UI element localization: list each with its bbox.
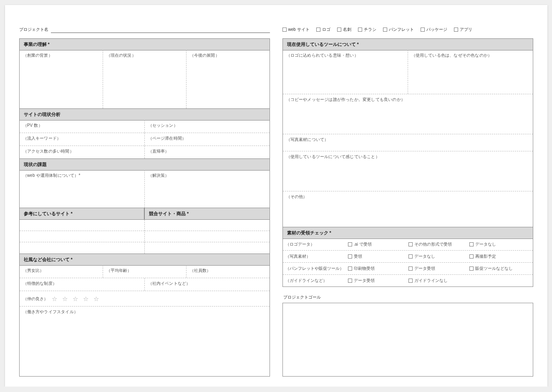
issues-section: （web や運用体制について）* （解決策） <box>19 170 270 208</box>
asset-pamphlet-row: （パンフレットや販促ツール） 印刷物受領 データ受領 販促ツールなどなし <box>283 262 533 274</box>
type-package[interactable]: パッケージ <box>421 27 447 33</box>
closeness-field[interactable]: （仲の良さ） ☆ ☆ ☆ ☆ ☆ <box>20 291 270 306</box>
tools-section: （ロゴに込められている意味・想い） （使用している色は、なぜその色なのか） （コ… <box>282 50 533 227</box>
site-analysis-section: （PV 数） （セッション） （流入キーワード） （ページ滞在時間） （アクセス… <box>19 120 270 159</box>
other-field[interactable]: （その他） <box>283 191 533 227</box>
company-section: （男女比） （平均年齢） （社員数） （特徴的な制度） （社内イベントなど） （… <box>19 265 270 377</box>
worksheet-page: プロジェクト名 事業の理解 * （創業の背景） （現在の状況） （今後の展開） … <box>5 5 547 387</box>
reference-lines[interactable] <box>20 220 144 254</box>
type-app[interactable]: アプリ <box>454 27 472 33</box>
age-field[interactable]: （平均年齢） <box>103 265 186 278</box>
copy-message-field[interactable]: （コピーやメッセージは誰が作ったか。変更しても良いのか） <box>283 94 533 134</box>
asset-photo-none[interactable]: データなし <box>408 254 469 259</box>
events-field[interactable]: （社内イベントなど） <box>144 278 270 291</box>
assets-header: 素材の受領チェック * <box>282 227 533 239</box>
tool-feeling-field[interactable]: （使用しているツールについて感じていること） <box>283 151 533 191</box>
asset-guide-none[interactable]: ガイドラインなし <box>408 278 469 284</box>
project-type-row: web サイト ロゴ 名刺 チラシ パンフレット パッケージ アプリ <box>282 25 533 34</box>
asset-photo-row: （写真素材） 受領 データなし 再撮影予定 <box>283 250 533 262</box>
reference-header: 参考にしているサイト * <box>19 208 145 220</box>
lifestyle-field[interactable]: （働き方やライフスタイル） <box>20 307 270 376</box>
asset-guide-data[interactable]: データ受領 <box>348 278 409 284</box>
headcount-field[interactable]: （社員数） <box>186 265 270 278</box>
site-analysis-header: サイトの現状分析 <box>19 108 270 121</box>
session-field[interactable]: （セッション） <box>144 120 270 133</box>
peak-time-field[interactable]: （アクセス数の多い時間） <box>20 146 144 158</box>
issues-web-ops[interactable]: （web や運用体制について）* <box>20 170 144 208</box>
project-name-row: プロジェクト名 <box>19 25 270 34</box>
stars-rating[interactable]: ☆ ☆ ☆ ☆ ☆ <box>52 295 101 303</box>
asset-pamph-print[interactable]: 印刷物受領 <box>348 266 409 271</box>
asset-pamph-data[interactable]: データ受領 <box>408 266 469 271</box>
systems-field[interactable]: （特徴的な制度） <box>20 278 144 291</box>
asset-photo-reshoot[interactable]: 再撮影予定 <box>469 254 530 259</box>
asset-logo-none[interactable]: データなし <box>469 241 530 247</box>
type-web[interactable]: web サイト <box>282 27 310 33</box>
business-current[interactable]: （現在の状況） <box>103 50 186 108</box>
ref-comp-headers: 参考にしているサイト * 競合サイト・商品 * <box>19 208 270 220</box>
business-future[interactable]: （今後の展開） <box>186 50 270 108</box>
goal-box[interactable] <box>282 303 533 377</box>
photo-assets-field[interactable]: （写真素材について） <box>283 134 533 151</box>
bounce-field[interactable]: （直帰率） <box>144 146 270 158</box>
competitor-lines[interactable] <box>144 220 270 254</box>
asset-logo-row: （ロゴデータ） .ai で受領 その他の形式で受領 データなし <box>283 239 533 250</box>
competitor-header: 競合サイト・商品 * <box>144 208 270 220</box>
pv-field[interactable]: （PV 数） <box>20 120 144 133</box>
business-founding[interactable]: （創業の背景） <box>20 50 103 108</box>
gender-ratio-field[interactable]: （男女比） <box>20 265 103 278</box>
duration-field[interactable]: （ページ滞在時間） <box>144 133 270 146</box>
project-name-input-line[interactable] <box>51 33 270 33</box>
business-header: 事業の理解 * <box>19 38 270 50</box>
tools-header: 現在使用しているツールについて * <box>282 38 533 50</box>
project-name-label: プロジェクト名 <box>19 27 48 34</box>
color-reason-field[interactable]: （使用している色は、なぜその色なのか） <box>408 50 533 94</box>
right-column: web サイト ロゴ 名刺 チラシ パンフレット パッケージ アプリ 現在使用し… <box>282 25 533 377</box>
left-column: プロジェクト名 事業の理解 * （創業の背景） （現在の状況） （今後の展開） … <box>19 25 270 377</box>
issues-solution[interactable]: （解決策） <box>144 170 270 208</box>
business-section: （創業の背景） （現在の状況） （今後の展開） <box>19 50 270 109</box>
asset-guideline-row: （ガイドラインなど） データ受領 ガイドラインなし <box>283 274 533 286</box>
assets-section: （ロゴデータ） .ai で受領 その他の形式で受領 データなし （写真素材） 受… <box>282 239 533 287</box>
ref-comp-body <box>19 220 270 254</box>
type-flyer[interactable]: チラシ <box>358 27 376 33</box>
asset-pamph-none[interactable]: 販促ツールなどなし <box>469 266 530 271</box>
logo-meaning-field[interactable]: （ロゴに込められている意味・想い） <box>283 50 408 94</box>
keyword-field[interactable]: （流入キーワード） <box>20 133 144 146</box>
goal-label: プロジェクトゴール <box>283 294 533 300</box>
asset-logo-other[interactable]: その他の形式で受領 <box>408 241 469 247</box>
asset-photo-received[interactable]: 受領 <box>348 254 409 259</box>
asset-logo-ai[interactable]: .ai で受領 <box>348 241 409 247</box>
type-logo[interactable]: ロゴ <box>316 27 330 33</box>
issues-header: 現状の課題 <box>19 158 270 171</box>
type-pamphlet[interactable]: パンフレット <box>383 27 414 33</box>
type-meishi[interactable]: 名刺 <box>337 27 351 33</box>
company-header: 社風など会社について * <box>19 254 270 266</box>
